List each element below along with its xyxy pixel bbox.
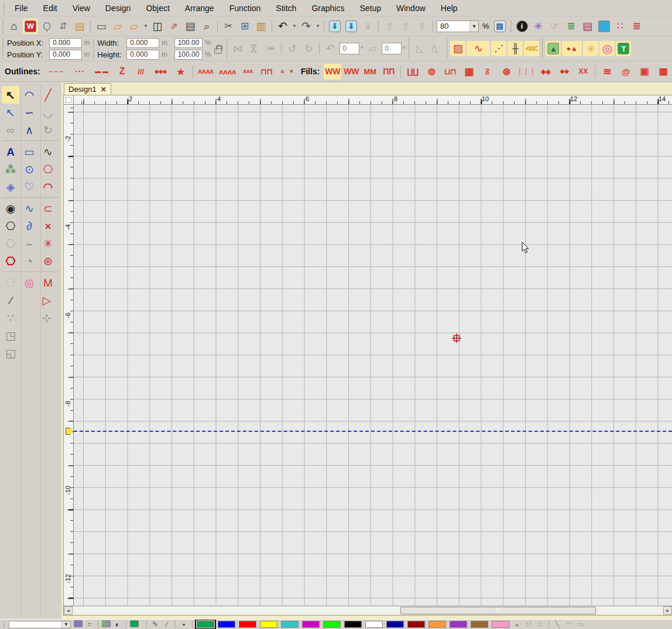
color-lime[interactable] (323, 621, 341, 628)
insert-artwork-button[interactable]: ⇓ (327, 19, 342, 34)
basic-shapes-tool[interactable]: ♡ (20, 178, 38, 195)
select-object-tool[interactable]: ↖ (2, 86, 19, 104)
tab-close-icon[interactable]: ✕ (101, 85, 107, 94)
send-to-stitch-manager-button[interactable]: ⇧ (398, 19, 413, 34)
thread-colors-button[interactable]: ✳ (531, 19, 546, 34)
rotate-copies-tool[interactable]: ↻ (39, 121, 57, 139)
fill-cross-stitch[interactable]: XX (574, 64, 592, 80)
color-black[interactable] (344, 621, 362, 628)
add-selection-tool[interactable]: ⊹ (38, 309, 56, 326)
scroll-right-button[interactable]: ▸ (663, 606, 672, 615)
horizontal-scrollbar[interactable]: ◂ ▸ (64, 606, 672, 615)
small-tool-chip[interactable]: ▪ (179, 620, 188, 628)
design-canvas[interactable] (74, 105, 672, 606)
fill-square-meander[interactable]: ⊔⊓ (441, 64, 459, 80)
swap-colors-chip[interactable] (101, 620, 112, 629)
edit-color-button[interactable]: ✎ (150, 620, 160, 628)
mirror-merge-button[interactable]: ⇹ (263, 41, 278, 56)
outline-hatch[interactable]: /// (132, 64, 150, 80)
open-recent-dropdown[interactable]: ▾ (143, 19, 149, 34)
equals-label[interactable]: = (85, 620, 94, 628)
color-brown[interactable] (471, 621, 488, 628)
open-design-button[interactable]: ▱ (110, 19, 125, 34)
rotate-field[interactable]: 0 (340, 43, 359, 54)
overlap-squares-tool[interactable]: ◳ (2, 326, 19, 344)
position-y-field[interactable]: 0.000 (49, 50, 82, 60)
hexagon-ring-tool[interactable]: ⎔ (2, 217, 19, 235)
outline-wave-fine[interactable]: ʌʌʌ (239, 64, 257, 80)
fill-square-spiral[interactable]: ▣ (636, 64, 653, 80)
ring-tool[interactable]: ◉ (2, 200, 19, 217)
column-curve-tool[interactable]: ◠ (39, 178, 57, 195)
applique-tool[interactable]: ◎ (20, 274, 38, 291)
scale-y-field[interactable]: 100.00 (174, 50, 203, 60)
current-color-chip[interactable] (129, 620, 144, 629)
position-x-field[interactable]: 0.000 (49, 38, 82, 48)
toolbar-grip[interactable] (1, 18, 5, 35)
arc-chip[interactable]: ◠ (564, 620, 574, 628)
menu-object[interactable]: Object (138, 1, 177, 15)
scroll-left-button[interactable]: ◂ (64, 606, 73, 615)
insert-picture-button[interactable]: ⇓ (344, 19, 359, 34)
fill-ripple-ring[interactable]: ⊛ (498, 64, 515, 80)
digitize-sharp-tool[interactable]: ∧ (20, 121, 38, 139)
reshape-views-tool[interactable]: ◠ (20, 86, 38, 104)
print-button[interactable]: ▤ (183, 19, 198, 34)
new-design-button[interactable]: ▭ (94, 19, 109, 34)
show-needle-points-toggle[interactable]: ╫ (508, 41, 523, 56)
color-white[interactable] (365, 621, 383, 628)
bridge-tool[interactable]: ⌢ (20, 235, 38, 252)
measure-tool[interactable]: ╱ (39, 86, 57, 104)
blob-run-tool[interactable]: ∂ (20, 217, 38, 235)
color-navy[interactable] (386, 621, 404, 628)
redo-button[interactable]: ↷ (299, 19, 314, 34)
mirror-vertical-button[interactable]: ⋈ (246, 41, 262, 56)
sequin-mode-toggle[interactable]: ⋘ (524, 41, 539, 56)
fill-tatami[interactable]: WW (324, 64, 341, 80)
fill-spiral[interactable]: @ (617, 64, 635, 80)
background-globe-button[interactable]: ◐ (113, 620, 122, 628)
outline-run-bold[interactable]: ▬ ▬ (91, 64, 112, 80)
circle-copies-tool[interactable]: ◔ (20, 252, 38, 270)
reshape-object-tool[interactable]: ↖ (2, 104, 19, 121)
star-burst-tool[interactable]: ✳ (39, 235, 57, 252)
palette-scroll-up[interactable]: ▲ (512, 620, 522, 628)
outline-run-fine[interactable]: – – – (44, 64, 68, 80)
load-stitches-button[interactable]: ⇓ (360, 19, 375, 34)
soft-hexagon-tool[interactable]: ⎔ (2, 274, 19, 291)
menu-stitch[interactable]: Stitch (268, 1, 304, 15)
fabric-chip[interactable] (73, 620, 84, 629)
digitize-run-tool[interactable]: ∽ (20, 104, 38, 121)
outline-zigzag-z[interactable]: Z (114, 64, 131, 80)
height-field[interactable]: 0.000 (126, 50, 159, 60)
show-stitch-fill-toggle[interactable]: ▨ (450, 41, 465, 56)
send-to-screen-button[interactable]: ⇧ (414, 19, 430, 34)
menu-window[interactable]: Window (389, 1, 433, 15)
pattern-chip-2[interactable]: ∷ (536, 620, 545, 628)
menu-arrange[interactable]: Arrange (177, 1, 222, 15)
digitize-nodes-tool[interactable]: M (39, 274, 57, 291)
motif-run-tool[interactable]: ▷ (38, 291, 56, 309)
fancy-angle-button[interactable]: ◺ (427, 39, 446, 58)
menu-file[interactable]: File (7, 1, 36, 15)
blank-chip[interactable]: ▭ (576, 620, 585, 628)
color-magenta[interactable] (302, 621, 320, 628)
save-design-button[interactable]: ◫ (150, 19, 165, 34)
monogram-tool[interactable]: ◈ (2, 178, 19, 195)
fill-spiral-oval[interactable]: ⊚ (423, 64, 440, 80)
ellipse-tool[interactable]: ⊙ (20, 160, 38, 178)
menu-setup[interactable]: Setup (352, 1, 389, 15)
closed-shape-tool[interactable]: ⎔ (39, 160, 57, 178)
menu-design[interactable]: Design (98, 1, 139, 15)
fill-satin[interactable]: MM (361, 64, 379, 80)
mirror-horizontal-button[interactable]: ⋈ (230, 41, 245, 56)
outline-wave[interactable]: ʌʌʌʌ (196, 64, 216, 80)
toolbar-grip[interactable] (1, 37, 5, 60)
scrollbar-thumb[interactable] (400, 607, 596, 614)
product-visualizer-button[interactable]: ☞ (547, 19, 563, 34)
open-recent-button[interactable]: ▱ (126, 19, 142, 34)
mirror-copy-tool[interactable]: ◡ (39, 104, 57, 121)
rectangle-tool[interactable]: ▭ (20, 143, 38, 160)
show-applique-toggle[interactable]: ◎ (599, 41, 615, 56)
pattern-chip-1[interactable]: ∷ (524, 620, 533, 628)
